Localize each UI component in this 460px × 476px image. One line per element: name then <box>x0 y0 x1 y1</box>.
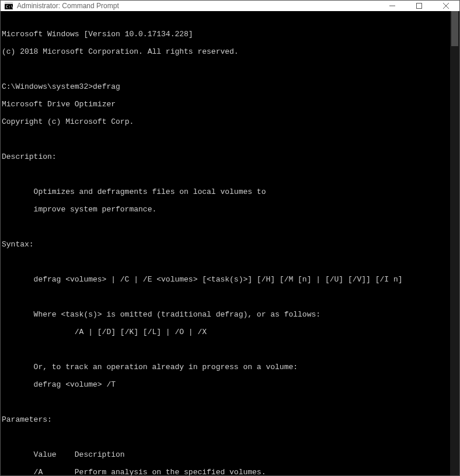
description-text-1: Optimizes and defragments files on local… <box>2 187 458 196</box>
prompt-path: C:\Windows\system32> <box>2 82 93 91</box>
titlebar[interactable]: C:\ Administrator: Command Prompt <box>1 1 459 11</box>
header-line-2: (c) 2018 Microsoft Corporation. All righ… <box>2 47 458 56</box>
parameters-heading: Parameters: <box>2 415 458 424</box>
console-output[interactable]: Microsoft Windows [Version 10.0.17134.22… <box>1 11 459 475</box>
window-controls <box>379 1 459 11</box>
header-line-1: Microsoft Windows [Version 10.0.17134.22… <box>2 30 458 39</box>
svg-rect-4 <box>417 3 422 8</box>
syntax-line-2: Where <task(s)> is omitted (traditional … <box>2 310 458 319</box>
close-button[interactable] <box>433 1 459 11</box>
syntax-line-4: Or, to track an operation already in pro… <box>2 363 458 371</box>
parameter-row: /APerform analysis on the specified volu… <box>2 468 458 475</box>
svg-rect-1 <box>5 2 13 4</box>
window-title: Administrator: Command Prompt <box>17 2 119 10</box>
tool-copyright: Copyright (c) Microsoft Corp. <box>2 117 458 126</box>
param-header-value: Value <box>34 450 75 459</box>
syntax-line-3: /A | [/D] [/K] [/L] | /O | /X <box>2 328 458 336</box>
scrollbar-track[interactable] <box>450 11 459 475</box>
syntax-line-1: defrag <volumes> | /C | /E <volumes> [<t… <box>2 275 458 284</box>
scrollbar-thumb[interactable] <box>451 11 458 46</box>
minimize-button[interactable] <box>379 1 406 11</box>
parameter-value: /A <box>34 468 75 475</box>
command-prompt-window: C:\ Administrator: Command Prompt Micros… <box>0 0 460 476</box>
description-heading: Description: <box>2 152 458 161</box>
svg-text:C:\: C:\ <box>6 5 13 9</box>
syntax-line-5: defrag <volume> /T <box>2 380 458 389</box>
description-text-2: improve system performance. <box>2 205 458 214</box>
prompt-command: defrag <box>93 82 120 91</box>
parameter-description: Perform analysis on the specified volume… <box>75 468 266 475</box>
tool-name: Microsoft Drive Optimizer <box>2 100 458 109</box>
cmd-app-icon: C:\ <box>4 1 13 11</box>
prompt-line-1: C:\Windows\system32>defrag <box>2 82 458 91</box>
param-header-desc: Description <box>75 450 125 459</box>
syntax-heading: Syntax: <box>2 240 458 249</box>
maximize-button[interactable] <box>406 1 433 11</box>
parameters-header-row: ValueDescription <box>2 450 458 459</box>
